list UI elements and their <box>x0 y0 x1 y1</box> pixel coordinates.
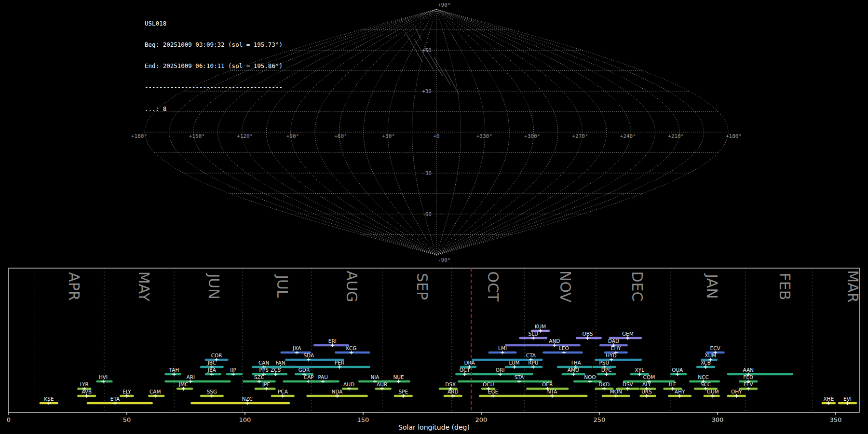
map-longitude-label: +210° <box>668 133 684 139</box>
shower-peak-marker <box>645 394 649 398</box>
shower-code-label: OHY <box>731 389 742 394</box>
month-label: NOV <box>557 271 574 303</box>
shower-activity-bar <box>190 402 290 404</box>
shower-activity-bar <box>505 344 581 346</box>
shower-code-label: SZC <box>254 374 264 380</box>
map-longitude-label: +300° <box>524 133 540 139</box>
shower-code-label: ETA <box>110 396 120 402</box>
shower-code-label: JXA <box>292 345 301 351</box>
shower-code-label: PPS <box>259 367 269 373</box>
x-axis-tick-label: 0 <box>7 416 11 423</box>
shower-peak-marker <box>610 358 613 362</box>
shower-peak-marker <box>586 336 590 340</box>
shower-peak-marker <box>182 387 186 391</box>
shower-peak-marker <box>210 394 214 398</box>
shower-code-label: DPC <box>601 367 612 373</box>
shower-code-label: NCC <box>698 374 709 380</box>
shower-code-label: EHY <box>611 345 622 351</box>
shower-code-label: XUM <box>705 353 716 358</box>
shower-code-label: ALY <box>642 381 651 387</box>
shower-activity-bar <box>87 402 153 404</box>
shower-peak-marker <box>245 401 249 405</box>
x-axis-tick-label: 50 <box>123 416 131 423</box>
shower-code-label: CAM <box>149 389 161 394</box>
shower-peak-marker <box>338 365 341 369</box>
meteor-trail <box>424 46 443 76</box>
shower-code-label: CAN <box>258 360 269 366</box>
shower-peak-marker <box>846 401 850 405</box>
shower-activity-bar <box>727 373 793 375</box>
shower-code-label: PER <box>335 360 344 366</box>
shower-code-label: OER <box>542 381 553 387</box>
shower-peak-marker <box>827 401 831 405</box>
shower-code-label: ECV <box>710 345 721 351</box>
month-label: AUG <box>343 271 360 302</box>
shower-code-label: LUM <box>509 360 520 366</box>
shower-code-label: XYL <box>635 367 645 373</box>
x-axis-tick-label: 350 <box>830 416 842 423</box>
shower-code-label: LMI <box>498 345 507 351</box>
shower-peak-marker <box>531 365 535 369</box>
shower-code-label: LEO <box>559 345 569 351</box>
shower-code-label: URS <box>641 389 652 394</box>
shower-code-label: DSX <box>445 381 456 387</box>
shower-peak-marker <box>331 343 335 347</box>
shower-code-label: AUD <box>343 381 354 387</box>
shower-code-label: ILE <box>669 381 677 387</box>
activity-timeline-chart: APRMAYJUNJULAUGSEPOCTNOVDECJANFEBMAR0501… <box>7 268 861 423</box>
month-label: DEC <box>629 271 646 301</box>
shower-code-label: NZC <box>242 396 253 402</box>
shower-code-label: ARD <box>448 389 459 394</box>
map-latitude-label: -60 <box>422 211 432 217</box>
shower-peak-marker <box>295 351 299 354</box>
shower-code-label: ORI <box>496 367 505 373</box>
plot-canvas: +90°+60+30-30-60-90°+180°+150°+120°+90°+… <box>0 0 868 434</box>
shower-peak-marker <box>350 351 353 354</box>
month-label: JAN <box>704 273 720 298</box>
shower-code-label: PCA <box>278 389 288 394</box>
shower-code-label: QUA <box>672 367 683 373</box>
shower-code-label: FED <box>743 374 753 380</box>
shower-code-label: ZCS <box>271 367 281 373</box>
shower-code-label: XHE <box>823 396 834 402</box>
shower-activity-bar <box>458 380 552 382</box>
shower-code-label: LYR <box>80 381 89 387</box>
shower-code-label: GUM <box>707 389 719 394</box>
shower-code-label: JBC <box>207 360 216 366</box>
shower-code-label: NTA <box>547 389 557 394</box>
session-begin: Beg: 20251009 03:09:32 (sol = 195.73°) <box>145 41 283 49</box>
shower-peak-marker <box>264 387 268 391</box>
shower-code-label: CTA <box>526 353 536 358</box>
shower-peak-marker <box>531 336 535 340</box>
shower-peak-marker <box>210 372 214 376</box>
shower-code-label: EGE <box>488 389 498 394</box>
session-info-panel: USL018 Beg: 20251009 03:09:32 (sol = 195… <box>145 6 283 127</box>
shower-code-label: SDA <box>303 353 314 358</box>
shower-code-label: AUR <box>377 381 387 387</box>
map-longitude-label: +240° <box>620 133 636 139</box>
shower-peak-marker <box>380 387 384 391</box>
shower-code-label: AAN <box>743 367 754 373</box>
shower-code-label: NIA <box>370 374 380 380</box>
shower-code-label: KUM <box>535 324 546 329</box>
x-axis-tick-label: 300 <box>712 416 724 423</box>
shower-code-label: SLD <box>528 331 538 337</box>
map-longitude-label: +330° <box>476 133 492 139</box>
shower-peak-marker <box>671 387 675 391</box>
x-axis-label: Solar longitude (deg) <box>398 423 470 431</box>
map-longitude-label: +120° <box>237 133 253 139</box>
shower-code-label: DRA <box>464 360 475 366</box>
shower-peak-marker <box>153 394 157 398</box>
month-label: SEP <box>414 273 431 300</box>
shower-peak-marker <box>321 380 325 383</box>
shower-activity-bar <box>472 373 533 375</box>
shower-peak-marker <box>47 401 51 405</box>
session-id: USL018 <box>145 20 283 27</box>
shower-peak-marker <box>402 394 406 398</box>
month-label: JUL <box>274 274 291 298</box>
shower-peak-marker <box>626 336 630 340</box>
shower-peak-marker <box>571 372 575 376</box>
shower-code-label: JMC <box>178 381 189 387</box>
shower-code-label: AHY <box>675 389 685 394</box>
map-longitude-label: +30° <box>382 133 395 139</box>
